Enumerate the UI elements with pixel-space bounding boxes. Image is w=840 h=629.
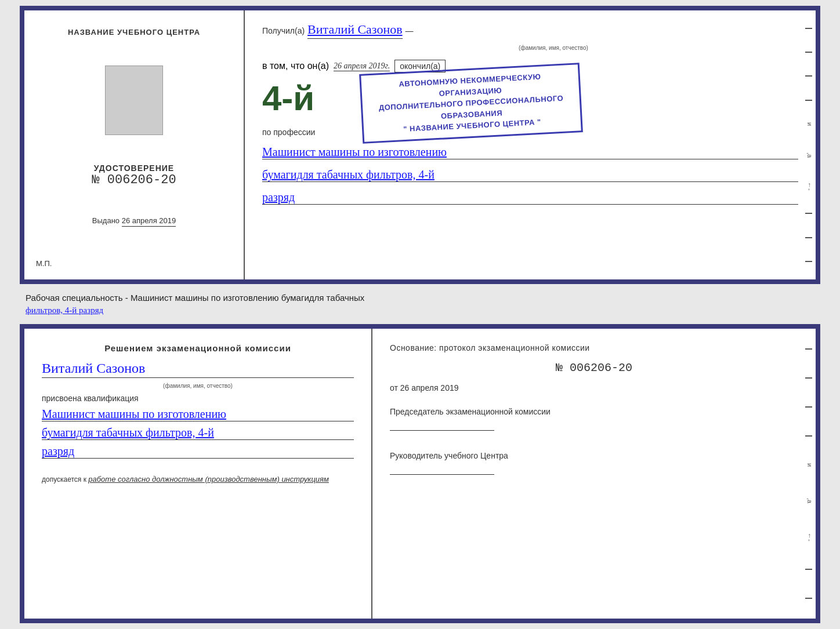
side-text-l: ←- — [806, 182, 813, 191]
rukovoditel-block: Руководитель учебного Центра — [390, 451, 798, 478]
side-text-a2: ,а — [806, 498, 813, 507]
top-certificate: НАЗВАНИЕ УЧЕБНОГО ЦЕНТРА УДОСТОВЕРЕНИЕ №… — [20, 6, 820, 284]
resheniyem-label: Решением экзаменационной комиссии — [42, 343, 354, 353]
deco-line — [805, 598, 812, 599]
poluchil-label: Получил(а) — [262, 26, 305, 35]
profession-line1: Машинист машины по изготовлению — [262, 146, 798, 159]
poluchil-line: Получил(а) Виталий Сазонов — — [262, 22, 798, 39]
course-number: 4-й — [262, 81, 314, 116]
profession-line2: бумагидля табачных фильтров, 4-й — [262, 168, 798, 182]
vtom-label: в том, что он(а) — [262, 61, 329, 71]
deco-line — [805, 75, 812, 77]
prisvoena-label: присвоена квалификация — [42, 394, 354, 403]
dash: — — [405, 26, 414, 35]
bottom-cert-number: № 006206-20 — [390, 361, 798, 375]
recipient-fio: Виталий Сазонов — [307, 22, 402, 39]
vydano-block: Выдано 26 апреля 2019 — [92, 216, 176, 225]
rukovoditel-signature-line — [390, 463, 494, 475]
udostoverenie-label: УДОСТОВЕРЕНИЕ — [92, 163, 176, 173]
bottom-fio: Виталий Сазонов — [42, 361, 354, 378]
stamp-box: АВТОНОМНУЮ НЕКОММЕРЧЕСКУЮ ОРГАНИЗАЦИЮ ДО… — [359, 63, 583, 143]
completion-date: 26 апреля 2019г. — [334, 61, 390, 71]
deco-line — [805, 406, 812, 408]
cert-number-block: УДОСТОВЕРЕНИЕ № 006206-20 — [92, 163, 176, 187]
cert-photo — [105, 66, 163, 135]
deco-line — [805, 52, 812, 53]
deco-line — [805, 435, 812, 437]
predsedatel-label: Председатель экзаменационной комиссии — [390, 407, 798, 416]
deco-line — [805, 237, 812, 238]
ot-date: 26 апреля 2019 — [400, 383, 459, 392]
deco-line — [805, 569, 812, 570]
predsedatel-signature-line — [390, 419, 494, 431]
bottom-profession3: разряд — [42, 445, 354, 459]
cert-bottom-right-panel: Основание: протокол экзаменационной коми… — [372, 329, 816, 619]
middle-text-line2: фильтров, 4-й разряд — [26, 306, 103, 315]
deco-line — [805, 377, 812, 379]
bottom-certificate: Решением экзаменационной комиссии Витали… — [20, 324, 820, 623]
deco-line — [805, 100, 812, 101]
side-text-i: и — [806, 122, 813, 132]
mp-label: М.П. — [36, 259, 52, 268]
predsedatel-block: Председатель экзаменационной комиссии — [390, 407, 798, 434]
bottom-right-decoration: и ,а ←- — [804, 329, 816, 619]
profession-line3: разряд — [262, 191, 798, 205]
osnovanie-label: Основание: протокол экзаменационной коми… — [390, 343, 798, 352]
bottom-profession2: бумагидля табачных фильтров, 4-й — [42, 426, 354, 440]
side-text-l2: ←- — [806, 533, 813, 542]
dopusk-text: работе согласно должностным (производств… — [88, 475, 329, 483]
middle-text-line1: Рабочая специальность - Машинист машины … — [26, 293, 364, 303]
cert-number: № 006206-20 — [92, 173, 176, 187]
deco-line — [805, 213, 812, 214]
deco-line — [805, 348, 812, 350]
bottom-fio-subtitle: (фамилия, имя, отчество) — [42, 383, 354, 389]
middle-text-block: Рабочая специальность - Машинист машины … — [20, 289, 820, 319]
ot-line: от 26 апреля 2019 — [390, 383, 798, 392]
ot-label: от — [390, 383, 398, 392]
bottom-profession1: Машинист машины по изготовлению — [42, 408, 354, 421]
cert-left-panel: НАЗВАНИЕ УЧЕБНОГО ЦЕНТРА УДОСТОВЕРЕНИЕ №… — [24, 10, 245, 279]
cert-right-panel: Получил(а) Виталий Сазонов — (фамилия, и… — [245, 10, 816, 279]
fio-subtitle-top: (фамилия, имя, отчество) — [309, 45, 798, 51]
cert-title: НАЗВАНИЕ УЧЕБНОГО ЦЕНТРА — [68, 28, 200, 37]
deco-line — [805, 261, 812, 262]
side-text-i2: и — [806, 463, 813, 472]
deco-line — [805, 28, 812, 29]
right-decoration: и ,а ←- — [804, 10, 816, 279]
rukovoditel-label: Руководитель учебного Центра — [390, 451, 798, 460]
side-text-a: ,а — [806, 152, 813, 162]
dopuskaetsya-block: допускается к работе согласно должностны… — [42, 475, 354, 483]
dopuskaetsya-label: допускается к — [42, 475, 86, 483]
cert-bottom-left-panel: Решением экзаменационной комиссии Витали… — [24, 329, 372, 619]
vydano-date: 26 апреля 2019 — [122, 216, 176, 227]
vydano-label: Выдано — [92, 216, 120, 225]
